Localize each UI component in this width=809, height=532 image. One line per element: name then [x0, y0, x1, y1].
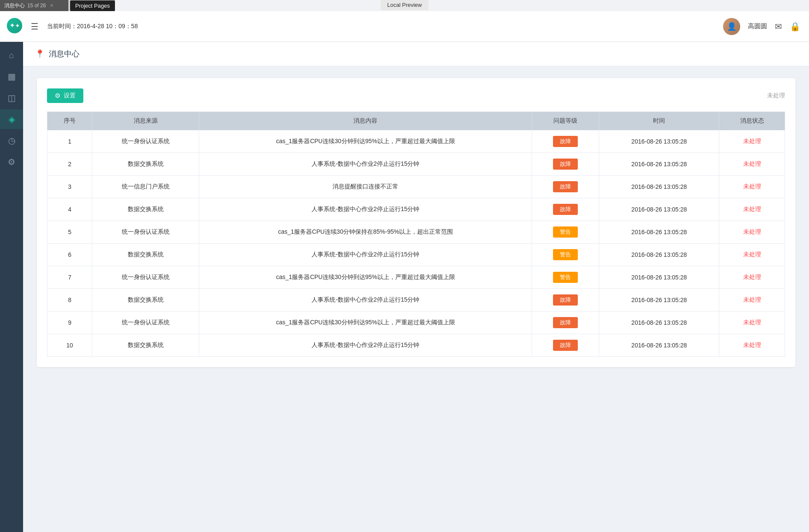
sidebar-nav: ⌂ ▦ ◫ ◈ ◷ ⚙ [0, 42, 23, 172]
top-bar-right: 👤 高圆圆 ✉ 🔒 [723, 18, 800, 35]
cell-level: 故障 [532, 334, 599, 357]
cell-id: 8 [47, 289, 92, 312]
cell-id: 2 [47, 153, 92, 176]
cell-level: 警告 [532, 221, 599, 244]
cell-time: 2016-08-26 13:05:28 [599, 266, 719, 289]
cell-id: 5 [47, 221, 92, 244]
cell-content: 人事系统-数据中心作业2停止运行15分钟 [199, 153, 532, 176]
settings-icon: ⚙ [8, 157, 15, 167]
sidebar: ⌂ ▦ ◫ ◈ ◷ ⚙ [0, 0, 23, 532]
cell-status: 未处理 [719, 153, 785, 176]
cell-time: 2016-08-26 13:05:28 [599, 198, 719, 221]
cell-level: 故障 [532, 312, 599, 334]
cell-id: 4 [47, 198, 92, 221]
nav-item-settings[interactable]: ⚙ [0, 152, 23, 172]
nav-item-monitor[interactable]: ◫ [0, 88, 23, 108]
cell-level: 警告 [532, 244, 599, 266]
cell-level: 警告 [532, 266, 599, 289]
settings-btn-label: 设置 [64, 92, 76, 100]
cell-time: 2016-08-26 13:05:28 [599, 221, 719, 244]
page-title: 消息中心 [49, 49, 79, 59]
cell-source: 统一身份认证系统 [92, 266, 199, 289]
table-row: 2 数据交换系统 人事系统-数据中心作业2停止运行15分钟 故障 2016-08… [47, 153, 785, 176]
cell-content: cas_1服务器CPU连续30分钟到达95%以上，严重超过最大阈值上限 [199, 312, 532, 334]
monitor-icon: ◫ [8, 93, 16, 103]
cell-source: 统一身份认证系统 [92, 130, 199, 153]
cell-status: 未处理 [719, 244, 785, 266]
cell-time: 2016-08-26 13:05:28 [599, 176, 719, 198]
cell-time: 2016-08-26 13:05:28 [599, 289, 719, 312]
cell-content: 人事系统-数据中心作业2停止运行15分钟 [199, 334, 532, 357]
tab-label: 消息中心 [4, 2, 25, 9]
cell-status: 未处理 [719, 221, 785, 244]
avatar: 👤 [723, 18, 740, 35]
tab-count: 15 of 26 [27, 3, 46, 9]
table-row: 7 统一身份认证系统 cas_1服务器CPU连续30分钟到达95%以上，严重超过… [47, 266, 785, 289]
cell-content: 消息提醒接口连接不正常 [199, 176, 532, 198]
tab-item[interactable]: 消息中心 15 of 26 × [0, 0, 68, 11]
table-header-row: 序号 消息来源 消息内容 问题等级 时间 消息状态 [47, 112, 785, 130]
table-row: 5 统一身份认证系统 cas_1服务器CPU连续30分钟保持在85%-95%以上… [47, 221, 785, 244]
main-card: ⚙ 设置 未处理 序号 消息来源 消息内容 问题等级 时间 消息状态 [37, 78, 795, 367]
cell-id: 7 [47, 266, 92, 289]
cell-status: 未处理 [719, 176, 785, 198]
cell-content: 人事系统-数据中心作业2停止运行15分钟 [199, 244, 532, 266]
cell-content: 人事系统-数据中心作业2停止运行15分钟 [199, 198, 532, 221]
cell-source: 数据交换系统 [92, 244, 199, 266]
cell-status: 未处理 [719, 334, 785, 357]
table-row: 10 数据交换系统 人事系统-数据中心作业2停止运行15分钟 故障 2016-0… [47, 334, 785, 357]
home-icon: ⌂ [9, 50, 14, 60]
table-row: 6 数据交换系统 人事系统-数据中心作业2停止运行15分钟 警告 2016-08… [47, 244, 785, 266]
table-row: 8 数据交换系统 人事系统-数据中心作业2停止运行15分钟 故障 2016-08… [47, 289, 785, 312]
cell-source: 数据交换系统 [92, 198, 199, 221]
username-label: 高圆圆 [748, 22, 767, 30]
col-status: 消息状态 [719, 112, 785, 130]
nav-item-messages[interactable]: ◈ [0, 109, 23, 129]
cell-level: 故障 [532, 153, 599, 176]
cell-time: 2016-08-26 13:05:28 [599, 130, 719, 153]
cell-id: 10 [47, 334, 92, 357]
cell-id: 9 [47, 312, 92, 334]
local-preview-label: Local Preview [380, 0, 429, 10]
settings-button[interactable]: ⚙ 设置 [47, 88, 83, 103]
hamburger-btn[interactable]: ☰ [31, 21, 38, 32]
cell-id: 6 [47, 244, 92, 266]
messages-icon: ◈ [9, 114, 15, 124]
cell-time: 2016-08-26 13:05:28 [599, 312, 719, 334]
table-row: 9 统一身份认证系统 cas_1服务器CPU连续30分钟到达95%以上，严重超过… [47, 312, 785, 334]
top-bar: ✦ ☰ 当前时间：2016-4-28 10：09：58 👤 高圆圆 ✉ 🔒 [0, 11, 809, 42]
cell-source: 数据交换系统 [92, 334, 199, 357]
cell-time: 2016-08-26 13:05:28 [599, 153, 719, 176]
nav-item-dashboard[interactable]: ▦ [0, 67, 23, 86]
nav-item-analytics[interactable]: ◷ [0, 131, 23, 150]
cell-time: 2016-08-26 13:05:28 [599, 334, 719, 357]
lock-icon[interactable]: 🔒 [790, 21, 800, 32]
cell-level: 故障 [532, 198, 599, 221]
cell-status: 未处理 [719, 266, 785, 289]
cell-source: 数据交换系统 [92, 153, 199, 176]
table-row: 3 统一信息门户系统 消息提醒接口连接不正常 故障 2016-08-26 13:… [47, 176, 785, 198]
cell-source: 数据交换系统 [92, 289, 199, 312]
cell-status: 未处理 [719, 130, 785, 153]
cell-id: 3 [47, 176, 92, 198]
table-row: 1 统一身份认证系统 cas_1服务器CPU连续30分钟到达95%以上，严重超过… [47, 130, 785, 153]
cell-status: 未处理 [719, 289, 785, 312]
project-pages-tooltip: Project Pages [70, 0, 115, 11]
tab-close-icon[interactable]: × [50, 3, 53, 9]
cell-source: 统一信息门户系统 [92, 176, 199, 198]
col-level: 问题等级 [532, 112, 599, 130]
header-area: 📍 消息中心 [23, 42, 809, 66]
main-content: 📍 消息中心 ⚙ 设置 未处理 序号 消息来源 消息内容 问 [23, 0, 809, 532]
cell-status: 未处理 [719, 312, 785, 334]
cell-status: 未处理 [719, 198, 785, 221]
avatar-image: 👤 [723, 18, 740, 35]
mail-icon[interactable]: ✉ [775, 21, 782, 32]
col-source: 消息来源 [92, 112, 199, 130]
data-table: 序号 消息来源 消息内容 问题等级 时间 消息状态 1 统一身份认证系统 cas… [47, 112, 785, 357]
nav-item-home[interactable]: ⌂ [0, 45, 23, 65]
cell-id: 1 [47, 130, 92, 153]
cell-level: 故障 [532, 176, 599, 198]
cell-source: 统一身份认证系统 [92, 312, 199, 334]
analytics-icon: ◷ [8, 135, 15, 146]
col-time: 时间 [599, 112, 719, 130]
